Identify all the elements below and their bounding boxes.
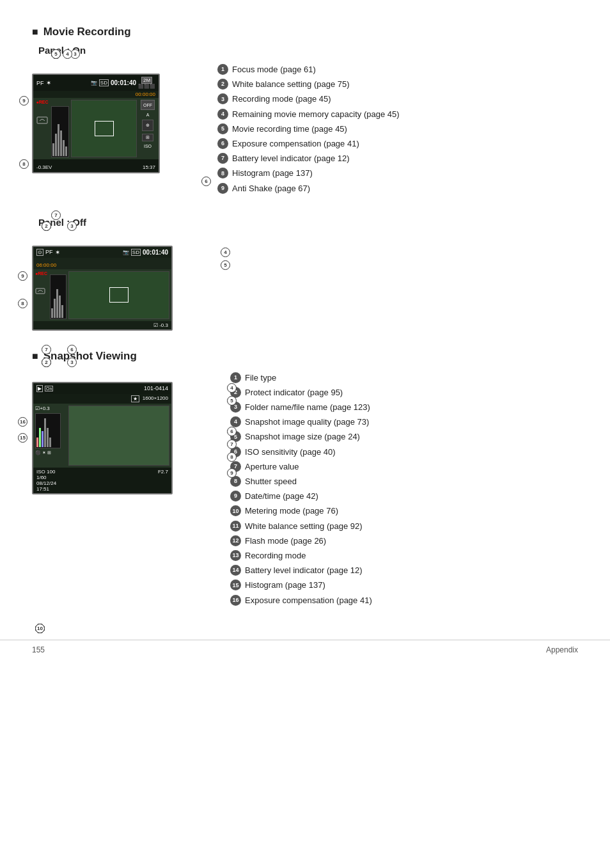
page-footer: 155 Appendix	[0, 640, 610, 654]
callout-5-snap: 5	[227, 396, 237, 406]
legend-text: Metering mode (page 76)	[245, 505, 338, 517]
panel-on-label: Panel : On	[38, 45, 578, 56]
subtime-on: 00:00:00	[136, 91, 155, 97]
legend-item: 5Snapshot image size (page 24)	[230, 431, 578, 443]
callout-9-off: 9	[18, 271, 27, 281]
legend-num: 9	[230, 491, 241, 501]
grid-icon-on: ⊞	[142, 134, 153, 141]
timer-off: 00:01:40	[143, 249, 168, 256]
callout-16-snap: 16	[18, 417, 27, 427]
legend-item: 7Aperture value	[230, 461, 578, 473]
legend-item: 2Protect indicator (page 95)	[230, 387, 578, 398]
callout-9-on: 9	[19, 96, 29, 106]
legend-text: Flash mode (page 26)	[245, 535, 326, 547]
spd-off: ⊙	[36, 249, 43, 256]
legend-item: 12Flash mode (page 26)	[230, 535, 578, 547]
legend-text: Histogram (page 137)	[232, 168, 313, 179]
timer-on: 00:01:40	[111, 79, 136, 86]
legend-item: 8Histogram (page 137)	[217, 168, 578, 179]
svg-rect-1	[36, 288, 45, 294]
rec-off: ●REC	[35, 271, 48, 276]
snapshot-screen: ▶ On 101-0414 ★ 1600×1200 ☑+0	[32, 382, 173, 494]
battery-row-on: ⬛⬛⬛	[138, 84, 155, 89]
callout-2-snap: 2	[42, 358, 51, 367]
callout-3-snap: 3	[67, 358, 77, 367]
focus-icon-on: ⊕	[142, 120, 153, 131]
legend-text: Exposure compensation (page 41)	[232, 138, 359, 150]
page: Movie Recording Panel : On 1 2 3 4 5	[0, 0, 610, 667]
legend-item: 2White balance setting (page 75)	[217, 79, 578, 90]
legend-item: 16Exposure compensation (page 41)	[230, 595, 578, 606]
legend-num: 9	[217, 183, 228, 194]
legend-text: Protect indicator (page 95)	[245, 387, 343, 398]
snapshot-row: 1 2 3 ▶ On 101-0414 ★	[32, 369, 578, 610]
callout-6-off: 6	[67, 345, 77, 354]
histogram-snap	[35, 413, 61, 448]
legend-item: 5Movie recording time (page 45)	[217, 123, 578, 135]
legend-item: 3Folder name/file name (page 123)	[230, 402, 578, 413]
callout-5-off: 5	[221, 260, 230, 270]
legend-num: 3	[217, 93, 228, 104]
legend-item: 3Recording mode (page 45)	[217, 93, 578, 105]
legend-num: 1	[230, 372, 241, 383]
pf-off: PF	[45, 249, 53, 255]
panel-off-empty	[230, 233, 578, 331]
legend-item: 7Battery level indicator (page 12)	[217, 153, 578, 164]
legend-item: 1File type	[230, 372, 578, 384]
legend-list-snap: 1File type2Protect indicator (page 95)3F…	[230, 372, 578, 606]
legend-text: Recording mode	[245, 550, 306, 562]
antishake-icon-on	[36, 116, 48, 127]
star-off: ✶	[55, 249, 60, 256]
off-box-on: OFF	[141, 100, 155, 110]
movie-recording-title: Movie Recording	[32, 26, 578, 38]
legend-num: 2	[217, 79, 228, 90]
left-col-snap: ☑+0.3	[35, 406, 67, 466]
legend-text: Battery level indicator (page 12)	[232, 153, 350, 164]
panel-on-screen: PF ✶ 📷 SD 00:01:40 2M ⬛⬛⬛	[32, 74, 160, 173]
antishake-off	[35, 287, 48, 297]
main-view-off	[68, 271, 169, 319]
iso-snap: ISO 100	[36, 469, 55, 475]
main-view-on	[71, 100, 137, 157]
legend-num: 1	[217, 64, 228, 75]
legend-item: 15Histogram (page 137)	[230, 580, 578, 591]
focus-brackets-off	[109, 287, 129, 303]
legend-text: Remaining movie memory capacity (page 45…	[232, 109, 400, 120]
legend-num: 6	[217, 138, 228, 149]
snapshot-viewing-section: Snapshot Viewing 1 2 3 ▶ On	[32, 350, 578, 610]
panel-on-row: 1 2 3 4 5 PF ✶ 📷 SD	[32, 61, 578, 198]
legend-text: Date/time (page 42)	[245, 491, 318, 502]
callout-2-off: 2	[42, 221, 51, 231]
ev-snap: ☑+0.3	[35, 406, 67, 411]
legend-item: 4Remaining movie memory capacity (page 4…	[217, 109, 578, 120]
callout-4-on: 4	[63, 49, 72, 59]
legend-panel-on: 1Focus mode (page 61)2White balance sett…	[217, 61, 578, 198]
info-bar-snap: ISO 100 F2.7 1/60 08/12/24 17:51	[33, 468, 171, 493]
ev-bottom-on: -0.3EV	[36, 161, 52, 171]
legend-num: 16	[230, 595, 241, 606]
legend-item: 11White balance setting (page 92)	[230, 521, 578, 532]
legend-text: White balance setting (page 92)	[245, 521, 363, 532]
legend-num: 14	[230, 565, 241, 576]
folder-snap: 101-0414	[144, 385, 168, 391]
legend-item: 13Recording mode	[230, 550, 578, 562]
svg-rect-0	[37, 117, 47, 123]
callout-7-on: 7	[51, 210, 61, 220]
legend-text: White balance setting (page 75)	[232, 79, 350, 90]
legend-text: Snapshot image quality (page 73)	[245, 416, 369, 428]
snapshot-screen-container: 1 2 3 ▶ On 101-0414 ★	[32, 369, 211, 610]
date-snap: 08/12/24	[36, 480, 56, 486]
callout-10-snap: 10	[35, 624, 45, 633]
callout-6-on: 6	[201, 177, 211, 186]
legend-num: 8	[217, 168, 228, 178]
legend-num: 13	[230, 550, 241, 561]
callout-7-snap: 7	[227, 439, 237, 449]
sd-off: SD	[131, 249, 141, 256]
appendix-label: Appendix	[546, 645, 578, 654]
pf-label-on: PF	[36, 80, 44, 86]
legend-num: 10	[230, 505, 241, 516]
mode-box-on: 2M	[141, 77, 152, 84]
legend-text: Histogram (page 137)	[245, 580, 325, 591]
legend-text: Battery level indicator (page 12)	[245, 565, 363, 576]
panel-off-screen: ⊙ PF ✶ 📷 SD 00:01:40 06:00:00	[32, 246, 173, 331]
